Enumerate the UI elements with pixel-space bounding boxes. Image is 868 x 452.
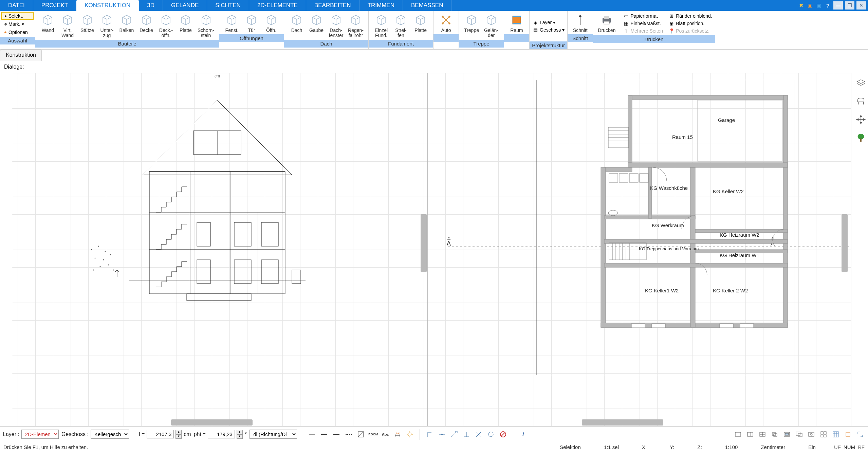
viewport-section[interactable]: cm	[0, 73, 428, 426]
view-8-button[interactable]	[818, 429, 829, 439]
line-med-button[interactable]	[331, 429, 341, 439]
hatch-button[interactable]	[356, 429, 366, 439]
view-5-button[interactable]	[782, 429, 792, 439]
bauteile-button-0[interactable]: Wand	[38, 12, 58, 34]
dash-button[interactable]	[344, 429, 354, 439]
furniture-button[interactable]	[854, 95, 867, 108]
auto-button[interactable]: Auto	[436, 12, 456, 34]
phi-spin-down[interactable]: ▼	[237, 434, 243, 439]
l-spin-up[interactable]: ▲	[176, 430, 182, 434]
bauteile-button-1[interactable]: Virt. Wand	[58, 12, 77, 39]
snap-intersect-button[interactable]	[474, 429, 484, 439]
view-1-button[interactable]	[733, 429, 743, 439]
oeffnungen-button-2[interactable]: Öffn.	[261, 12, 281, 34]
text-style-button[interactable]: Abc	[380, 429, 390, 439]
layer-select[interactable]: 2D-Elemen	[21, 430, 59, 439]
snap-circle-button[interactable]	[486, 429, 496, 439]
help-icon[interactable]: ?	[824, 2, 831, 9]
expand-button[interactable]	[855, 429, 865, 439]
line-thin-button[interactable]	[307, 429, 317, 439]
tab-konstruktion[interactable]: KONSTRUKTION	[76, 0, 139, 11]
line-thick-button[interactable]	[319, 429, 329, 439]
light-style-button[interactable]	[405, 429, 415, 439]
select-tool[interactable]: ➤Selekt.	[1, 12, 34, 20]
oeffnungen-button-0[interactable]: Fenst.	[222, 12, 242, 34]
scrollbar-horizontal-left[interactable]	[171, 419, 253, 426]
dim-style-button[interactable]: 1,2	[392, 429, 403, 439]
phi-spin-up[interactable]: ▲	[237, 430, 243, 434]
fundament-button-0[interactable]: Einzel Fund.	[371, 12, 391, 39]
tab-sichten[interactable]: SICHTEN	[207, 0, 249, 11]
bauteile-button-4[interactable]: Balken	[117, 12, 136, 34]
view-6-button[interactable]	[794, 429, 804, 439]
options-tool[interactable]: +Optionen	[1, 29, 34, 36]
snap-mid-button[interactable]	[437, 429, 447, 439]
treppe-button-0[interactable]: Treppe	[462, 12, 481, 34]
oeffnungen-button-1[interactable]: Tür	[242, 12, 261, 34]
layer-dropdown[interactable]: ◈Layer▾	[532, 19, 565, 25]
window1-icon[interactable]: ▣	[806, 2, 814, 9]
scrollbar-vertical-left[interactable]	[421, 214, 427, 272]
einheit-button[interactable]: ▦Einheit/Maßst.	[623, 20, 663, 26]
dach-button-0[interactable]: Dach	[287, 12, 307, 34]
view-7-button[interactable]	[806, 429, 816, 439]
room-style-button[interactable]: ROOM	[368, 429, 378, 439]
close-button[interactable]: ✕	[856, 1, 866, 10]
dach-button-3[interactable]: Regen- fallrohr	[346, 12, 366, 39]
bauteile-button-6[interactable]: Deck.- öffn.	[156, 12, 176, 39]
l-input[interactable]	[147, 430, 174, 438]
tree-button[interactable]	[854, 131, 867, 144]
dl-select[interactable]: dl (Richtung/Di	[250, 430, 297, 439]
tab-2d-elemente[interactable]: 2D-ELEMENTE	[249, 0, 306, 11]
phi-input[interactable]	[208, 430, 235, 438]
tab-3d[interactable]: 3D	[139, 0, 163, 11]
blatt-position-button[interactable]: ◉Blatt position.	[668, 20, 712, 26]
fundament-button-2[interactable]: Platte	[411, 12, 430, 34]
dach-button-2[interactable]: Dach- fenster	[326, 12, 346, 39]
bauteile-button-2[interactable]: Stütze	[77, 12, 97, 34]
snap-off-button[interactable]	[498, 429, 508, 439]
drucken-button[interactable]: Drucken	[596, 12, 617, 34]
info-button[interactable]: i	[518, 429, 528, 439]
navigate-button[interactable]	[854, 113, 867, 126]
scrollbar-horizontal-right[interactable]	[582, 419, 663, 426]
geschoss-select[interactable]: Kellergesch	[91, 430, 129, 439]
tab-bearbeiten[interactable]: BEARBEITEN	[306, 0, 359, 11]
tab-datei[interactable]: DATEI	[0, 0, 33, 11]
box-button[interactable]	[843, 429, 853, 439]
minimize-button[interactable]: —	[833, 1, 843, 10]
mehrere-seiten-button[interactable]: ▯Mehrere Seiten	[623, 28, 663, 34]
raender-button[interactable]: ⊞Ränder einblend.	[668, 13, 712, 19]
bauteile-button-5[interactable]: Decke	[136, 12, 156, 34]
restore-button[interactable]: ❐	[845, 1, 854, 10]
schnitt-button[interactable]: Schnitt	[570, 12, 590, 34]
bauteile-button-3[interactable]: Unter- zug	[97, 12, 117, 39]
snap-corner-button[interactable]	[425, 429, 435, 439]
dach-button-1[interactable]: Gaube	[307, 12, 326, 34]
viewport-plan[interactable]: ' △A △A	[428, 73, 868, 426]
grid-toggle-button[interactable]	[831, 429, 841, 439]
pos-reset-button[interactable]: 📍Pos zurücksetz.	[668, 28, 712, 34]
tab-projekt[interactable]: PROJEKT	[33, 0, 76, 11]
view-2-button[interactable]	[745, 429, 755, 439]
geschoss-dropdown[interactable]: ▤Geschoss▾	[532, 27, 565, 33]
bauteile-button-8[interactable]: Schorn- stein	[196, 12, 216, 39]
layers-panel-button[interactable]	[854, 76, 867, 89]
bauteile-button-7[interactable]: Platte	[176, 12, 196, 34]
scrollbar-vertical-right[interactable]	[842, 214, 848, 272]
tab-trimmen[interactable]: TRIMMEN	[359, 0, 403, 11]
papierformat-button[interactable]: ▭Papierformat	[623, 13, 663, 19]
mark-tool[interactable]: ✥Mark.▾	[1, 20, 34, 28]
l-spin-down[interactable]: ▼	[176, 434, 182, 439]
view-3-button[interactable]	[757, 429, 768, 439]
tab-gelaende[interactable]: GELÄNDE	[163, 0, 207, 11]
window2-icon[interactable]: ▣	[815, 2, 823, 9]
tab-bemassen[interactable]: BEMASSEN	[403, 0, 451, 11]
fundament-button-1[interactable]: Strei- fen	[391, 12, 411, 39]
treppe-button-1[interactable]: Gelän- der	[481, 12, 501, 39]
view-4-button[interactable]	[770, 429, 780, 439]
snap-end-button[interactable]	[449, 429, 459, 439]
snap-perp-button[interactable]	[461, 429, 472, 439]
tools-icon[interactable]: ✖	[797, 2, 805, 9]
subtab-konstruktion[interactable]: Konstruktion	[0, 50, 42, 61]
